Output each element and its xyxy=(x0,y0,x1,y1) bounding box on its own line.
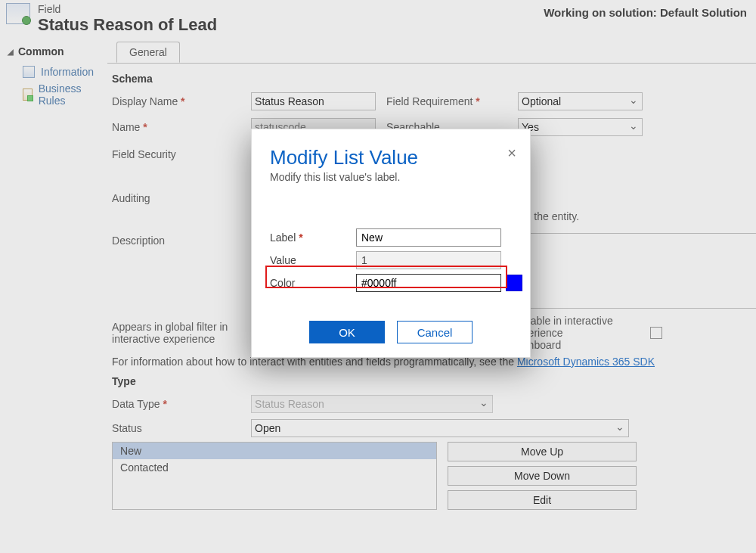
list-item[interactable]: Contacted xyxy=(113,459,436,476)
label-modal-value: Value xyxy=(270,254,352,266)
link-sdk[interactable]: Microsoft Dynamics 365 SDK xyxy=(517,356,655,368)
move-up-button[interactable]: Move Up xyxy=(448,442,637,461)
cancel-button[interactable]: Cancel xyxy=(397,321,472,343)
sidebar: ◢ Common Information Business Rules xyxy=(0,41,107,548)
select-data-type: Status Reason xyxy=(251,395,493,413)
section-schema-heading: Schema xyxy=(112,73,756,85)
move-down-button[interactable]: Move Down xyxy=(448,466,637,486)
dialog-subtitle: Modify this list value's label. xyxy=(270,171,512,183)
label-status: Status xyxy=(112,422,240,434)
tab-bar: General xyxy=(107,41,756,64)
field-entity-icon xyxy=(6,3,30,24)
ok-button[interactable]: OK xyxy=(309,321,385,343)
select-field-requirement[interactable]: Optional xyxy=(518,92,643,110)
input-modal-label[interactable] xyxy=(356,228,501,247)
sidebar-item-label: Business Rules xyxy=(39,82,94,107)
input-modal-value xyxy=(356,251,501,269)
label-appears-interactive: Appears in global filter in interactive … xyxy=(112,321,240,345)
label-name: Name xyxy=(112,121,240,133)
caret-down-icon: ◢ xyxy=(8,48,14,56)
header-text: Field Status Reason of Lead xyxy=(38,3,544,35)
sidebar-group-common[interactable]: ◢ Common xyxy=(8,45,100,57)
section-type-heading: Type xyxy=(112,375,756,387)
solution-label: Working on solution: Default Solution xyxy=(544,3,750,19)
sidebar-item-information[interactable]: Information xyxy=(8,64,100,80)
sidebar-item-label: Information xyxy=(41,66,94,78)
options-listbox[interactable]: New Contacted xyxy=(112,442,437,510)
label-modal-color: Color xyxy=(270,277,352,289)
select-searchable[interactable]: Yes xyxy=(518,118,643,136)
tab-general[interactable]: General xyxy=(116,42,180,63)
header-kicker: Field xyxy=(38,3,544,15)
edit-button[interactable]: Edit xyxy=(448,490,637,510)
label-field-security: Field Security xyxy=(112,148,240,160)
color-swatch[interactable] xyxy=(506,275,522,291)
page-header: Field Status Reason of Lead Working on s… xyxy=(0,0,756,41)
label-data-type: Data Type xyxy=(112,398,240,410)
label-modal-label: Label xyxy=(270,231,352,244)
page-title: Status Reason of Lead xyxy=(38,15,544,35)
label-auditing: Auditing xyxy=(112,191,240,204)
sidebar-item-business-rules[interactable]: Business Rules xyxy=(8,80,100,109)
document-icon xyxy=(23,66,35,78)
checkbox-sortable-dashboard[interactable] xyxy=(650,327,662,339)
close-icon[interactable]: × xyxy=(507,144,516,162)
list-item[interactable]: New xyxy=(113,443,436,459)
input-modal-color[interactable] xyxy=(356,274,501,292)
modify-list-value-dialog: Modify List Value Modify this list value… xyxy=(251,129,531,358)
select-status[interactable]: Open xyxy=(251,419,629,437)
label-display-name: Display Name xyxy=(112,95,240,107)
label-description: Description xyxy=(112,233,240,247)
input-display-name[interactable] xyxy=(251,92,376,110)
rules-icon xyxy=(23,89,33,101)
label-field-requirement: Field Requirement xyxy=(386,95,507,107)
dialog-title: Modify List Value xyxy=(270,146,512,169)
sidebar-group-label: Common xyxy=(18,45,64,57)
